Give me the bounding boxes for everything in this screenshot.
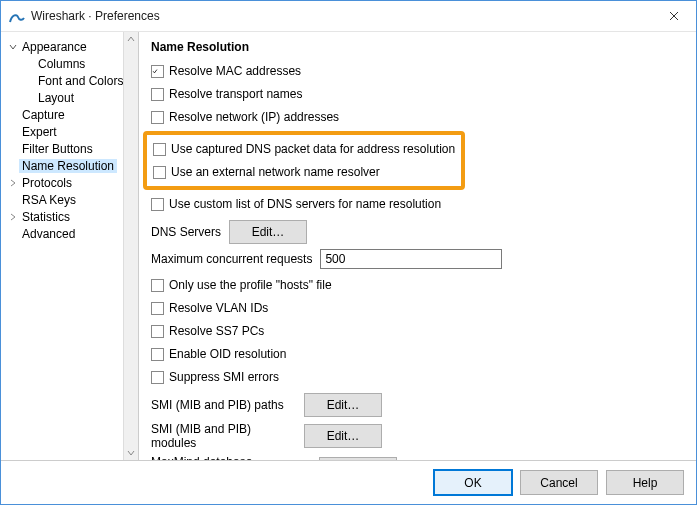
checkbox-use-external-resolver[interactable]: Use an external network name resolver xyxy=(153,161,455,183)
dns-servers-label: DNS Servers xyxy=(151,225,221,239)
tree-label: Font and Colors xyxy=(35,74,126,88)
row-smi-paths: SMI (MIB and PIB) paths Edit… xyxy=(151,393,684,417)
tree-item-name-resolution[interactable]: Name Resolution xyxy=(3,157,138,174)
sidebar-tree[interactable]: Appearance Columns Font and Colors Layou… xyxy=(1,32,139,460)
maxmind-label: MaxMind database directories xyxy=(151,455,311,460)
row-max-concurrent: Maximum concurrent requests xyxy=(151,249,684,269)
tree-item-capture[interactable]: Capture xyxy=(3,106,138,123)
checkbox-use-captured-dns[interactable]: Use captured DNS packet data for address… xyxy=(153,138,455,160)
edit-maxmind-button[interactable]: Edit… xyxy=(319,457,397,460)
highlighted-options: Use captured DNS packet data for address… xyxy=(143,131,465,190)
tree-item-advanced[interactable]: Advanced xyxy=(3,225,138,242)
content-pane: Name Resolution Resolve MAC addresses Re… xyxy=(139,32,696,460)
row-dns-servers: DNS Servers Edit… xyxy=(151,220,684,244)
sidebar-scrollbar[interactable] xyxy=(123,32,138,460)
checkbox-icon[interactable] xyxy=(151,371,164,384)
checkbox-label: Resolve transport names xyxy=(169,87,302,101)
edit-smi-modules-button[interactable]: Edit… xyxy=(304,424,382,448)
tree-label: Columns xyxy=(35,57,88,71)
checkbox-label: Resolve SS7 PCs xyxy=(169,324,264,338)
tree-label: RSA Keys xyxy=(19,193,79,207)
tree-item-columns[interactable]: Columns xyxy=(3,55,138,72)
checkbox-label: Resolve MAC addresses xyxy=(169,64,301,78)
tree-label: Expert xyxy=(19,125,60,139)
tree-label: Name Resolution xyxy=(19,159,117,173)
tree-item-expert[interactable]: Expert xyxy=(3,123,138,140)
cancel-button[interactable]: Cancel xyxy=(520,470,598,495)
checkbox-resolve-vlan[interactable]: Resolve VLAN IDs xyxy=(151,297,684,319)
dialog-footer: OK Cancel Help xyxy=(1,460,696,504)
row-maxmind: MaxMind database directories Edit… xyxy=(151,455,684,460)
chevron-right-icon[interactable] xyxy=(7,211,19,223)
checkbox-label: Use captured DNS packet data for address… xyxy=(171,142,455,156)
edit-smi-paths-button[interactable]: Edit… xyxy=(304,393,382,417)
ok-button[interactable]: OK xyxy=(434,470,512,495)
checkbox-suppress-smi[interactable]: Suppress SMI errors xyxy=(151,366,684,388)
tree-label: Appearance xyxy=(19,40,90,54)
checkbox-icon[interactable] xyxy=(151,88,164,101)
checkbox-enable-oid[interactable]: Enable OID resolution xyxy=(151,343,684,365)
help-button[interactable]: Help xyxy=(606,470,684,495)
row-smi-modules: SMI (MIB and PIB) modules Edit… xyxy=(151,422,684,450)
max-concurrent-input[interactable] xyxy=(320,249,502,269)
tree-item-rsa-keys[interactable]: RSA Keys xyxy=(3,191,138,208)
body: Appearance Columns Font and Colors Layou… xyxy=(1,32,696,460)
tree-label: Filter Buttons xyxy=(19,142,96,156)
checkbox-icon[interactable] xyxy=(151,65,164,78)
preferences-window: Wireshark · Preferences Appearance Colum… xyxy=(0,0,697,505)
checkbox-icon[interactable] xyxy=(151,302,164,315)
checkbox-only-profile-hosts[interactable]: Only use the profile "hosts" file xyxy=(151,274,684,296)
checkbox-icon[interactable] xyxy=(153,166,166,179)
tree-label: Layout xyxy=(35,91,77,105)
checkbox-label: Only use the profile "hosts" file xyxy=(169,278,332,292)
smi-paths-label: SMI (MIB and PIB) paths xyxy=(151,398,296,412)
wireshark-logo-icon xyxy=(9,8,25,24)
tree-item-appearance[interactable]: Appearance xyxy=(3,38,138,55)
titlebar: Wireshark · Preferences xyxy=(1,1,696,32)
checkbox-label: Use an external network name resolver xyxy=(171,165,380,179)
checkbox-icon[interactable] xyxy=(151,198,164,211)
checkbox-resolve-transport[interactable]: Resolve transport names xyxy=(151,83,684,105)
tree-item-protocols[interactable]: Protocols xyxy=(3,174,138,191)
checkbox-resolve-network-ip[interactable]: Resolve network (IP) addresses xyxy=(151,106,684,128)
tree-item-filter-buttons[interactable]: Filter Buttons xyxy=(3,140,138,157)
tree-item-statistics[interactable]: Statistics xyxy=(3,208,138,225)
checkbox-icon[interactable] xyxy=(153,143,166,156)
checkbox-label: Use custom list of DNS servers for name … xyxy=(169,197,441,211)
checkbox-label: Resolve network (IP) addresses xyxy=(169,110,339,124)
tree-item-layout[interactable]: Layout xyxy=(3,89,138,106)
chevron-right-icon[interactable] xyxy=(7,177,19,189)
window-title: Wireshark · Preferences xyxy=(31,9,652,23)
checkbox-label: Resolve VLAN IDs xyxy=(169,301,268,315)
max-concurrent-label: Maximum concurrent requests xyxy=(151,252,312,266)
tree-label: Capture xyxy=(19,108,68,122)
tree-label: Protocols xyxy=(19,176,75,190)
checkbox-icon[interactable] xyxy=(151,348,164,361)
checkbox-resolve-ss7[interactable]: Resolve SS7 PCs xyxy=(151,320,684,342)
close-button[interactable] xyxy=(652,1,696,31)
tree-item-font-and-colors[interactable]: Font and Colors xyxy=(3,72,138,89)
tree-label: Statistics xyxy=(19,210,73,224)
scroll-down-icon[interactable] xyxy=(124,446,138,460)
edit-dns-servers-button[interactable]: Edit… xyxy=(229,220,307,244)
scroll-up-icon[interactable] xyxy=(124,32,138,46)
checkbox-icon[interactable] xyxy=(151,279,164,292)
checkbox-use-custom-dns-list[interactable]: Use custom list of DNS servers for name … xyxy=(151,193,684,215)
checkbox-label: Suppress SMI errors xyxy=(169,370,279,384)
smi-modules-label: SMI (MIB and PIB) modules xyxy=(151,422,296,450)
tree-label: Advanced xyxy=(19,227,78,241)
chevron-down-icon[interactable] xyxy=(7,41,19,53)
checkbox-icon[interactable] xyxy=(151,325,164,338)
checkbox-resolve-mac[interactable]: Resolve MAC addresses xyxy=(151,60,684,82)
checkbox-label: Enable OID resolution xyxy=(169,347,286,361)
checkbox-icon[interactable] xyxy=(151,111,164,124)
section-title: Name Resolution xyxy=(151,40,684,54)
